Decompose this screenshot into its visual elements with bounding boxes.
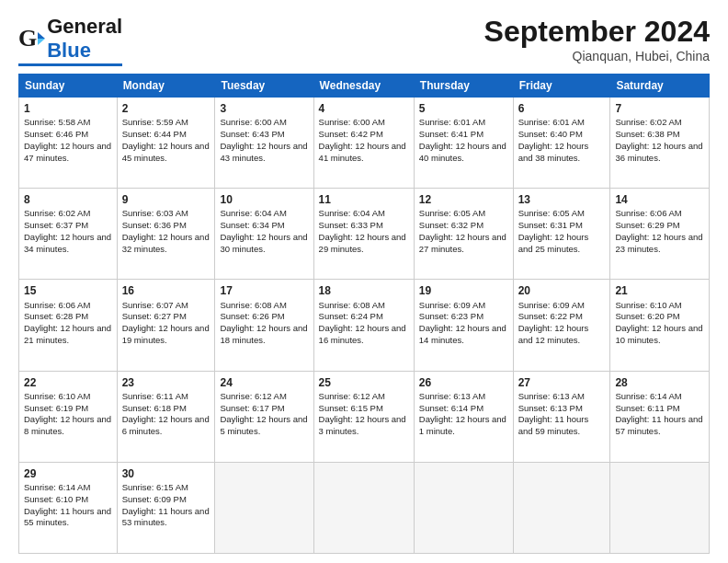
day-number: 20 bbox=[518, 283, 606, 298]
day-number: 22 bbox=[24, 375, 112, 390]
calendar-week-2: 15Sunrise: 6:06 AM Sunset: 6:28 PM Dayli… bbox=[19, 280, 710, 371]
calendar-cell-14: 14Sunrise: 6:06 AM Sunset: 6:29 PM Dayli… bbox=[610, 189, 710, 280]
day-info: Sunrise: 5:58 AM Sunset: 6:46 PM Dayligh… bbox=[24, 117, 112, 164]
day-number: 10 bbox=[220, 192, 308, 207]
day-number: 30 bbox=[122, 466, 210, 481]
day-number: 19 bbox=[419, 283, 508, 298]
day-info: Sunrise: 6:11 AM Sunset: 6:18 PM Dayligh… bbox=[122, 391, 210, 438]
location: Qianquan, Hubei, China bbox=[484, 49, 710, 63]
day-number: 23 bbox=[122, 375, 210, 390]
day-info: Sunrise: 6:10 AM Sunset: 6:19 PM Dayligh… bbox=[24, 391, 112, 438]
month-title: September 2024 bbox=[484, 15, 710, 49]
title-block: September 2024 Qianquan, Hubei, China bbox=[484, 15, 710, 63]
day-info: Sunrise: 6:12 AM Sunset: 6:17 PM Dayligh… bbox=[220, 391, 308, 438]
col-header-tuesday: Tuesday bbox=[215, 75, 313, 98]
calendar-cell-29: 29Sunrise: 6:14 AM Sunset: 6:10 PM Dayli… bbox=[19, 462, 118, 553]
day-number: 2 bbox=[122, 101, 210, 116]
col-header-monday: Monday bbox=[117, 75, 215, 98]
calendar-cell-10: 10Sunrise: 6:04 AM Sunset: 6:34 PM Dayli… bbox=[215, 189, 313, 280]
day-info: Sunrise: 6:14 AM Sunset: 6:11 PM Dayligh… bbox=[615, 391, 704, 438]
calendar-cell-15: 15Sunrise: 6:06 AM Sunset: 6:28 PM Dayli… bbox=[19, 280, 118, 371]
calendar-cell-16: 16Sunrise: 6:07 AM Sunset: 6:27 PM Dayli… bbox=[117, 280, 215, 371]
calendar-cell-22: 22Sunrise: 6:10 AM Sunset: 6:19 PM Dayli… bbox=[19, 371, 118, 462]
calendar-header-row: SundayMondayTuesdayWednesdayThursdayFrid… bbox=[19, 75, 710, 98]
day-number: 14 bbox=[615, 192, 704, 207]
day-number: 15 bbox=[24, 283, 112, 298]
col-header-thursday: Thursday bbox=[414, 75, 513, 98]
calendar-cell-9: 9Sunrise: 6:03 AM Sunset: 6:36 PM Daylig… bbox=[117, 189, 215, 280]
logo-g-letter: G bbox=[18, 25, 37, 52]
calendar-cell-empty bbox=[313, 462, 414, 553]
day-info: Sunrise: 6:05 AM Sunset: 6:32 PM Dayligh… bbox=[419, 208, 508, 255]
day-number: 3 bbox=[220, 101, 308, 116]
calendar-cell-13: 13Sunrise: 6:05 AM Sunset: 6:31 PM Dayli… bbox=[513, 189, 610, 280]
day-number: 21 bbox=[615, 283, 704, 298]
page: G General Blue September 2024 bbox=[0, 0, 728, 563]
calendar-cell-24: 24Sunrise: 6:12 AM Sunset: 6:17 PM Dayli… bbox=[215, 371, 313, 462]
day-number: 12 bbox=[419, 192, 508, 207]
day-info: Sunrise: 6:09 AM Sunset: 6:22 PM Dayligh… bbox=[518, 300, 606, 347]
day-number: 27 bbox=[518, 375, 606, 390]
calendar-cell-4: 4Sunrise: 6:00 AM Sunset: 6:42 PM Daylig… bbox=[313, 98, 414, 189]
calendar-cell-empty bbox=[215, 462, 313, 553]
col-header-saturday: Saturday bbox=[610, 75, 710, 98]
day-info: Sunrise: 6:09 AM Sunset: 6:23 PM Dayligh… bbox=[419, 300, 508, 347]
day-number: 16 bbox=[122, 283, 210, 298]
day-info: Sunrise: 6:15 AM Sunset: 6:09 PM Dayligh… bbox=[122, 482, 210, 529]
calendar-cell-3: 3Sunrise: 6:00 AM Sunset: 6:43 PM Daylig… bbox=[215, 98, 313, 189]
day-number: 29 bbox=[24, 466, 112, 481]
day-info: Sunrise: 6:05 AM Sunset: 6:31 PM Dayligh… bbox=[518, 208, 606, 255]
calendar-cell-30: 30Sunrise: 6:15 AM Sunset: 6:09 PM Dayli… bbox=[117, 462, 215, 553]
calendar-cell-27: 27Sunrise: 6:13 AM Sunset: 6:13 PM Dayli… bbox=[513, 371, 610, 462]
day-info: Sunrise: 6:06 AM Sunset: 6:29 PM Dayligh… bbox=[615, 208, 704, 255]
calendar-cell-19: 19Sunrise: 6:09 AM Sunset: 6:23 PM Dayli… bbox=[414, 280, 513, 371]
day-info: Sunrise: 6:14 AM Sunset: 6:10 PM Dayligh… bbox=[24, 482, 112, 529]
calendar-cell-23: 23Sunrise: 6:11 AM Sunset: 6:18 PM Dayli… bbox=[117, 371, 215, 462]
calendar-cell-28: 28Sunrise: 6:14 AM Sunset: 6:11 PM Dayli… bbox=[610, 371, 710, 462]
day-number: 24 bbox=[220, 375, 308, 390]
day-number: 9 bbox=[122, 192, 210, 207]
logo-general-text: General bbox=[47, 15, 122, 39]
calendar-cell-20: 20Sunrise: 6:09 AM Sunset: 6:22 PM Dayli… bbox=[513, 280, 610, 371]
calendar-cell-6: 6Sunrise: 6:01 AM Sunset: 6:40 PM Daylig… bbox=[513, 98, 610, 189]
day-info: Sunrise: 6:10 AM Sunset: 6:20 PM Dayligh… bbox=[615, 300, 704, 347]
day-number: 7 bbox=[615, 101, 704, 116]
day-info: Sunrise: 6:04 AM Sunset: 6:34 PM Dayligh… bbox=[220, 208, 308, 255]
day-info: Sunrise: 6:00 AM Sunset: 6:43 PM Dayligh… bbox=[220, 117, 308, 164]
day-number: 1 bbox=[24, 101, 112, 116]
calendar-cell-26: 26Sunrise: 6:13 AM Sunset: 6:14 PM Dayli… bbox=[414, 371, 513, 462]
day-info: Sunrise: 6:02 AM Sunset: 6:37 PM Dayligh… bbox=[24, 208, 112, 255]
day-info: Sunrise: 6:04 AM Sunset: 6:33 PM Dayligh… bbox=[319, 208, 409, 255]
calendar-cell-7: 7Sunrise: 6:02 AM Sunset: 6:38 PM Daylig… bbox=[610, 98, 710, 189]
day-number: 25 bbox=[319, 375, 409, 390]
day-info: Sunrise: 6:07 AM Sunset: 6:27 PM Dayligh… bbox=[122, 300, 210, 347]
day-info: Sunrise: 6:13 AM Sunset: 6:13 PM Dayligh… bbox=[518, 391, 606, 438]
day-number: 26 bbox=[419, 375, 508, 390]
calendar-table: SundayMondayTuesdayWednesdayThursdayFrid… bbox=[18, 74, 710, 554]
calendar-cell-8: 8Sunrise: 6:02 AM Sunset: 6:37 PM Daylig… bbox=[19, 189, 118, 280]
calendar-cell-empty bbox=[610, 462, 710, 553]
calendar-cell-5: 5Sunrise: 6:01 AM Sunset: 6:41 PM Daylig… bbox=[414, 98, 513, 189]
day-number: 4 bbox=[319, 101, 409, 116]
day-number: 11 bbox=[319, 192, 409, 207]
day-info: Sunrise: 6:01 AM Sunset: 6:40 PM Dayligh… bbox=[518, 117, 606, 164]
day-info: Sunrise: 6:12 AM Sunset: 6:15 PM Dayligh… bbox=[319, 391, 409, 438]
logo-blue-text: Blue bbox=[47, 39, 122, 63]
calendar-week-1: 8Sunrise: 6:02 AM Sunset: 6:37 PM Daylig… bbox=[19, 189, 710, 280]
day-number: 6 bbox=[518, 101, 606, 116]
col-header-friday: Friday bbox=[513, 75, 610, 98]
calendar-cell-empty bbox=[513, 462, 610, 553]
col-header-sunday: Sunday bbox=[19, 75, 118, 98]
calendar-cell-21: 21Sunrise: 6:10 AM Sunset: 6:20 PM Dayli… bbox=[610, 280, 710, 371]
calendar-cell-18: 18Sunrise: 6:08 AM Sunset: 6:24 PM Dayli… bbox=[313, 280, 414, 371]
day-info: Sunrise: 6:08 AM Sunset: 6:26 PM Dayligh… bbox=[220, 300, 308, 347]
calendar-cell-12: 12Sunrise: 6:05 AM Sunset: 6:32 PM Dayli… bbox=[414, 189, 513, 280]
day-number: 5 bbox=[419, 101, 508, 116]
day-info: Sunrise: 6:02 AM Sunset: 6:38 PM Dayligh… bbox=[615, 117, 704, 164]
day-info: Sunrise: 5:59 AM Sunset: 6:44 PM Dayligh… bbox=[122, 117, 210, 164]
day-number: 28 bbox=[615, 375, 704, 390]
calendar-cell-17: 17Sunrise: 6:08 AM Sunset: 6:26 PM Dayli… bbox=[215, 280, 313, 371]
day-info: Sunrise: 6:13 AM Sunset: 6:14 PM Dayligh… bbox=[419, 391, 508, 438]
logo-arrow-icon bbox=[38, 32, 45, 45]
logo: G General Blue bbox=[18, 15, 122, 66]
